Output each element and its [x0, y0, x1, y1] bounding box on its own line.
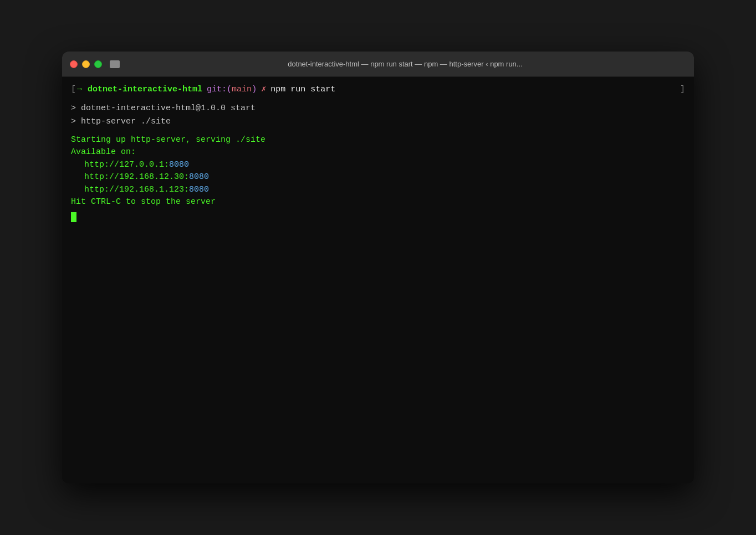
url-1-base: http://127.0.0.1: [84, 160, 169, 169]
maximize-button[interactable] [94, 60, 102, 68]
bracket-close: ] [680, 84, 685, 96]
git-branch-close: ) [252, 85, 257, 94]
git-branch-open: ( [227, 85, 232, 94]
prompt-x: ✗ [261, 84, 266, 96]
git-label: git: [207, 85, 227, 94]
terminal-body[interactable]: [ → dotnet-interactive-html git:(main) ✗… [62, 77, 694, 483]
window-icon [110, 60, 120, 68]
title-bar: dotnet-interactive-html — npm run start … [62, 52, 694, 77]
output-line-3: Starting up http-server, serving ./site [71, 134, 685, 147]
output-line-5: http://127.0.0.1:8080 [71, 159, 685, 172]
terminal-window: dotnet-interactive-html — npm run start … [62, 52, 694, 483]
terminal-cursor [71, 212, 76, 222]
url-1-port: 8080 [169, 160, 189, 169]
prompt-command: npm run start [270, 84, 335, 96]
output-line-6: http://192.168.12.30:8080 [71, 171, 685, 184]
window-title: dotnet-interactive-html — npm run start … [124, 60, 686, 68]
url-2-port: 8080 [189, 172, 209, 182]
output-line-4: Available on: [71, 146, 685, 159]
output-line-7: http://192.168.1.123:8080 [71, 184, 685, 197]
output-line-1: > dotnet-interactive-html@1.0.0 start [71, 102, 685, 115]
close-button[interactable] [70, 60, 78, 68]
bracket-open: [ [71, 84, 76, 96]
prompt-git-label: git:(main) [207, 84, 257, 96]
url-2-base: http://192.168.12.30: [84, 172, 189, 182]
url-3-port: 8080 [189, 185, 209, 194]
prompt-arrow: → [77, 84, 82, 96]
prompt-directory: dotnet-interactive-html [88, 84, 202, 96]
output-line-2: > http-server ./site [71, 115, 685, 128]
git-branch: main [232, 85, 252, 94]
output-line-8: Hit CTRL-C to stop the server [71, 196, 685, 209]
minimize-button[interactable] [82, 60, 90, 68]
url-3-base: http://192.168.1.123: [84, 185, 189, 194]
prompt-row: [ → dotnet-interactive-html git:(main) ✗… [71, 84, 685, 96]
